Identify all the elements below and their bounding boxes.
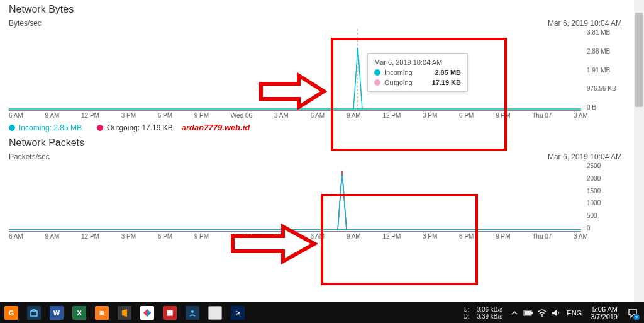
tray-clock[interactable]: 5:06 AM 3/7/2019 bbox=[591, 305, 618, 320]
windows-taskbar[interactable]: G W X ⊞ ▦ ≥ U: 0.06 kB/s D: 0.39 kB/s EN… bbox=[0, 302, 644, 323]
annotation-arrow-icon bbox=[230, 224, 318, 264]
panel-title-bytes: Network Bytes bbox=[9, 4, 626, 15]
panel-timestamp-bytes: Mar 6, 2019 10:04 AM bbox=[548, 19, 622, 28]
tray-language[interactable]: ENG bbox=[567, 309, 582, 317]
chart-legend: Incoming: 2.85 MB Outgoing: 17.19 KB ard… bbox=[9, 123, 626, 132]
legend-incoming[interactable]: Incoming: 2.85 MB bbox=[19, 123, 82, 132]
taskbar-app-icon[interactable] bbox=[23, 302, 45, 323]
svg-point-1 bbox=[191, 310, 194, 313]
annotation-highlight-box bbox=[331, 38, 507, 151]
taskbar-xampp-icon[interactable]: ⊞ bbox=[91, 302, 113, 323]
taskbar-app-icon[interactable] bbox=[181, 302, 204, 323]
page-content: Network Bytes Bytes/sec Mar 6, 2019 10:0… bbox=[6, 0, 626, 302]
tray-battery-icon[interactable] bbox=[523, 307, 534, 319]
annotation-highlight-box bbox=[321, 194, 478, 285]
taskbar-app-icon[interactable]: G bbox=[0, 302, 23, 323]
panel-timestamp-packets: Mar 6, 2019 10:04 AM bbox=[548, 152, 622, 161]
tray-chevron-up-icon[interactable] bbox=[509, 307, 520, 319]
taskbar-app-icon[interactable]: ▦ bbox=[158, 302, 181, 323]
svg-rect-3 bbox=[531, 312, 533, 314]
taskbar-word-icon[interactable]: W bbox=[45, 302, 68, 323]
panel-ylabel-bytes: Bytes/sec bbox=[9, 19, 42, 28]
vertical-scrollbar[interactable] bbox=[634, 0, 644, 302]
taskbar-app-icon[interactable] bbox=[204, 302, 226, 323]
y-axis-bytes: 3.81 MB 2.86 MB 1.91 MB 976.56 KB 0 B bbox=[584, 29, 619, 111]
legend-dot-incoming-icon bbox=[9, 125, 15, 131]
tray-wifi-icon[interactable] bbox=[536, 307, 548, 319]
chart-network-packets[interactable]: 2500 2000 1500 1000 500 0 bbox=[9, 162, 619, 232]
notification-badge: 2 bbox=[633, 314, 640, 320]
tray-volume-icon[interactable] bbox=[550, 307, 562, 319]
panel-title-packets: Network Packets bbox=[9, 137, 626, 149]
legend-outgoing[interactable]: Outgoing: 17.19 KB bbox=[107, 123, 173, 132]
annotation-arrow-icon bbox=[258, 72, 327, 110]
y-axis-packets: 2500 2000 1500 1000 500 0 bbox=[584, 162, 619, 232]
svg-point-5 bbox=[541, 315, 543, 317]
taskbar-sublime-icon[interactable] bbox=[113, 302, 136, 323]
taskbar-netspeed: U: 0.06 kB/s D: 0.39 kB/s bbox=[464, 306, 503, 320]
legend-dot-outgoing-icon bbox=[97, 125, 103, 131]
tray-notifications-icon[interactable]: 2 bbox=[624, 302, 641, 323]
panel-ylabel-packets: Packets/sec bbox=[9, 152, 50, 161]
taskbar-app-icon[interactable] bbox=[136, 302, 158, 323]
watermark-text: ardan7779.web.id bbox=[182, 123, 250, 132]
taskbar-powershell-icon[interactable]: ≥ bbox=[226, 302, 249, 323]
taskbar-excel-icon[interactable]: X bbox=[68, 302, 91, 323]
svg-rect-4 bbox=[525, 311, 531, 315]
